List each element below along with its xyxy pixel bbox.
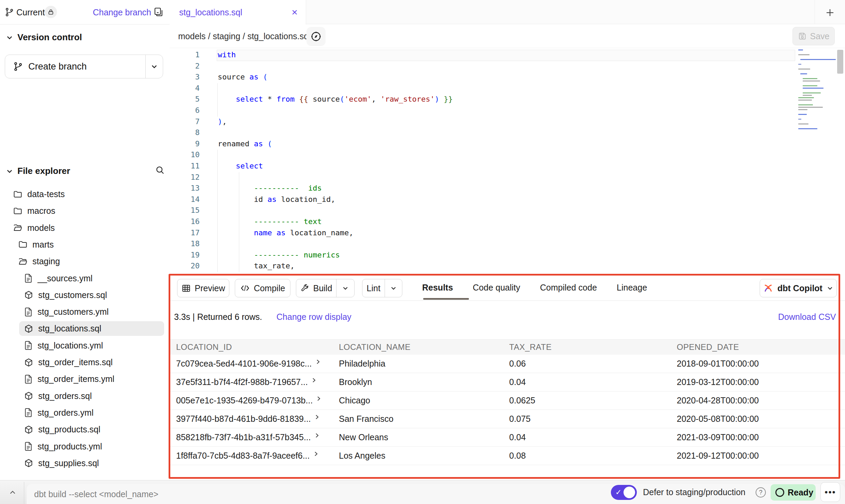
panel-tab-code-quality[interactable]: Code quality: [473, 283, 520, 293]
ready-label: Ready: [788, 488, 813, 498]
file-icon: [24, 341, 33, 350]
new-tab-plus-icon[interactable]: [822, 5, 838, 20]
editor-scrollbar[interactable]: [837, 50, 843, 74]
expand-row-chevron-icon[interactable]: [314, 414, 320, 420]
build-menu-chevron-icon[interactable]: [336, 285, 354, 292]
expand-row-chevron-icon[interactable]: [314, 433, 320, 438]
dbt-copilot-button[interactable]: dbt Copilot: [760, 279, 837, 297]
tree-item-models[interactable]: models: [0, 220, 170, 236]
result-row-los-angeles: 1f8ffa70-7cb5-4d83-8a7f-9aceef6...Los An…: [170, 446, 845, 465]
tab-stg-locations-sql[interactable]: stg_locations.sql ×: [170, 0, 306, 25]
help-icon[interactable]: ?: [756, 487, 766, 498]
panel-tab-results[interactable]: Results: [422, 283, 453, 293]
expand-row-chevron-icon[interactable]: [316, 396, 321, 401]
git-branch-icon: [13, 62, 23, 71]
result-row-san-francisco: 3977f440-b87d-461b-9dd6-81839...San Fran…: [170, 410, 845, 428]
result-row-chicago: 005e7e1c-1935-4269-b479-0713b...Chicago0…: [170, 391, 845, 410]
result-row-new-orleans: 858218fb-73f7-4b1b-a31f-57b345...New Orl…: [170, 428, 845, 447]
tree-item-staging[interactable]: staging: [0, 253, 170, 270]
code-editor[interactable]: 1with23source as (45 select * from {{ so…: [170, 48, 845, 275]
minimap-line: [798, 107, 823, 108]
tree-item-stg-products-sql[interactable]: stg_products.sql: [0, 421, 170, 438]
preview-button[interactable]: Preview: [177, 279, 229, 297]
overflow-menu-button[interactable]: •••: [820, 482, 840, 502]
tree-item---sources-yml[interactable]: __sources.yml: [0, 270, 170, 287]
change-row-display-link[interactable]: Change row display: [276, 312, 352, 322]
panel-tab-compiled-code[interactable]: Compiled code: [540, 283, 597, 293]
tree-item-stg-order-items-yml[interactable]: stg_order_items.yml: [0, 371, 170, 387]
code-line: ---------- text: [218, 217, 322, 226]
current-line-highlight: [217, 50, 795, 61]
tree-item-stg-locations-yml[interactable]: stg_locations.yml: [0, 337, 170, 354]
code-line: id as location_id,: [218, 195, 335, 204]
save-floppy-icon: [798, 32, 807, 41]
minimap-line: [803, 85, 817, 86]
minimap-line: [798, 54, 810, 55]
defer-toggle[interactable]: ✓: [611, 485, 637, 500]
tree-item-stg-customers-yml[interactable]: stg_customers.yml: [0, 303, 170, 320]
code-line: tax_rate,: [218, 262, 295, 270]
tree-item-stg-orders-yml[interactable]: stg_orders.yml: [0, 404, 170, 421]
code-line: with: [218, 50, 236, 59]
create-branch-button[interactable]: Create branch: [5, 55, 163, 78]
version-control-chevron-icon[interactable]: [6, 34, 13, 41]
expand-row-chevron-icon[interactable]: [311, 377, 317, 383]
file-icon: [24, 307, 33, 317]
file-label: stg_products.yml: [38, 442, 102, 451]
compile-label: Compile: [254, 283, 285, 293]
code-line: source as (: [218, 73, 268, 81]
tab-close-icon[interactable]: ×: [291, 7, 298, 17]
folder-open-icon: [18, 257, 28, 266]
line-number: 5: [170, 95, 200, 103]
create-branch-menu-chevron-icon[interactable]: [146, 63, 163, 70]
folder-open-icon: [13, 223, 23, 233]
expand-row-chevron-icon[interactable]: [313, 451, 319, 457]
minimap-line: [798, 119, 801, 120]
code-line: ---------- numerics: [218, 251, 340, 259]
minimap-line: [803, 78, 817, 79]
branch-lock-badge: [45, 6, 57, 18]
editor-minimap[interactable]: [797, 49, 835, 193]
lint-menu-chevron-icon[interactable]: [385, 285, 402, 292]
minimap-line: [800, 73, 807, 74]
file-icon: [24, 374, 33, 384]
line-number: 1: [170, 50, 200, 59]
panel-tabs: ResultsCode qualityCompiled codeLineage: [422, 275, 647, 300]
tree-item-stg-orders-sql[interactable]: stg_orders.sql: [0, 388, 170, 404]
ready-status-badge[interactable]: Ready: [771, 484, 816, 501]
file-label: stg_orders.sql: [38, 391, 92, 401]
copy-icon[interactable]: [153, 7, 163, 17]
tree-item-stg-order-items-sql[interactable]: stg_order_items.sql: [0, 354, 170, 371]
file-search-icon[interactable]: [155, 165, 165, 175]
create-branch-label: Create branch: [28, 61, 87, 72]
file-explorer-chevron-icon[interactable]: [6, 167, 13, 175]
tree-item-stg-supplies-sql[interactable]: stg_supplies.sql: [0, 455, 170, 472]
tree-item-data-tests[interactable]: data-tests: [0, 186, 170, 203]
dbt-copilot-logo-icon: [763, 283, 773, 293]
compile-button[interactable]: Compile: [235, 279, 290, 297]
active-tab-underline: [423, 298, 469, 300]
change-branch-link[interactable]: Change branch: [93, 8, 151, 17]
save-button[interactable]: Save: [792, 27, 835, 45]
tree-item-marts[interactable]: marts: [0, 236, 170, 253]
location-name-cell: San Francisco: [339, 414, 509, 424]
panel-tab-lineage[interactable]: Lineage: [617, 283, 647, 293]
tree-item-stg-customers-sql[interactable]: stg_customers.sql: [0, 287, 170, 303]
download-csv-wrap: Download CSV: [778, 309, 836, 325]
file-label: staging: [32, 256, 60, 266]
divider: [170, 300, 845, 301]
chevron-up-icon[interactable]: [8, 488, 17, 497]
line-number: 14: [170, 195, 200, 204]
line-number: 8: [170, 128, 200, 137]
lineage-compass-button[interactable]: [306, 27, 326, 46]
preview-label: Preview: [195, 283, 225, 293]
download-csv-link[interactable]: Download CSV: [778, 312, 836, 322]
code-line: select * from {{ source('ecom', 'raw_sto…: [218, 95, 453, 103]
build-button[interactable]: Build: [296, 279, 355, 297]
expand-row-chevron-icon[interactable]: [315, 359, 321, 365]
lint-button[interactable]: Lint: [362, 279, 402, 297]
tree-item-stg-products-yml[interactable]: stg_products.yml: [0, 438, 170, 455]
line-number: 2: [170, 62, 200, 70]
tree-item-macros[interactable]: macros: [0, 203, 170, 219]
tree-item-stg-locations-sql[interactable]: stg_locations.sql: [0, 320, 170, 337]
